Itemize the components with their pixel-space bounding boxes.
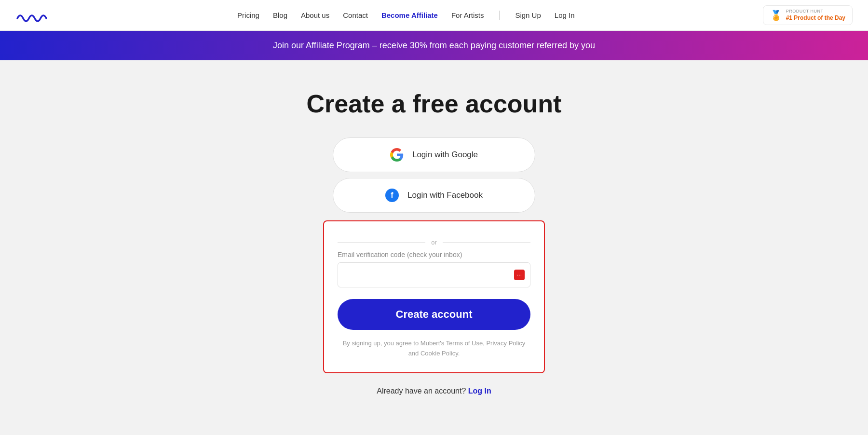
ph-text: PRODUCT HUNT #1 Product of the Day <box>786 9 845 22</box>
login-link[interactable]: Log In <box>468 387 491 395</box>
nav-divider <box>499 11 500 20</box>
page-title: Create a free account <box>307 89 562 118</box>
or-divider: or <box>338 239 530 246</box>
ph-label-bottom: #1 Product of the Day <box>786 14 845 22</box>
banner-text: Join our Affiliate Program – receive 30%… <box>273 41 595 50</box>
email-verification-label: Email verification code (check your inbo… <box>338 251 530 258</box>
create-account-label: Create account <box>396 308 473 320</box>
google-login-label: Login with Google <box>412 150 478 160</box>
main-content: Create a free account Login with Google … <box>0 60 868 424</box>
email-input-wrap: ··· <box>338 262 530 287</box>
input-icon[interactable]: ··· <box>514 270 525 280</box>
signup-form-box: or Email verification code (check your i… <box>323 220 545 373</box>
create-account-button[interactable]: Create account <box>338 299 530 330</box>
nav-links: Pricing Blog About us Contact Become Aff… <box>237 11 574 20</box>
nav-become-affiliate[interactable]: Become Affiliate <box>381 11 438 19</box>
already-account-text: Already have an account? Log In <box>377 387 491 395</box>
terms-text: By signing up, you agree to Mubert's Ter… <box>338 339 530 359</box>
facebook-login-label: Login with Facebook <box>407 190 483 200</box>
nav-signup[interactable]: Sign Up <box>515 11 541 19</box>
nav-contact[interactable]: Contact <box>343 11 368 19</box>
nav-pricing[interactable]: Pricing <box>237 11 259 19</box>
or-label: or <box>425 239 443 246</box>
facebook-icon: f <box>385 189 399 202</box>
nav-login[interactable]: Log In <box>555 11 575 19</box>
google-icon <box>390 148 404 162</box>
nav-blog[interactable]: Blog <box>273 11 287 19</box>
facebook-login-button[interactable]: f Login with Facebook <box>333 178 535 213</box>
email-verification-input[interactable] <box>338 262 530 287</box>
already-account-label: Already have an account? <box>377 387 466 395</box>
navbar: Pricing Blog About us Contact Become Aff… <box>0 0 868 31</box>
logo[interactable] <box>15 8 49 23</box>
google-login-button[interactable]: Login with Google <box>333 137 535 172</box>
ph-medal-icon: 🏅 <box>770 10 782 21</box>
affiliate-banner[interactable]: Join our Affiliate Program – receive 30%… <box>0 31 868 60</box>
nav-about[interactable]: About us <box>301 11 329 19</box>
product-hunt-badge[interactable]: 🏅 PRODUCT HUNT #1 Product of the Day <box>763 5 853 25</box>
nav-for-artists[interactable]: For Artists <box>451 11 484 19</box>
ph-label-top: PRODUCT HUNT <box>786 9 845 14</box>
